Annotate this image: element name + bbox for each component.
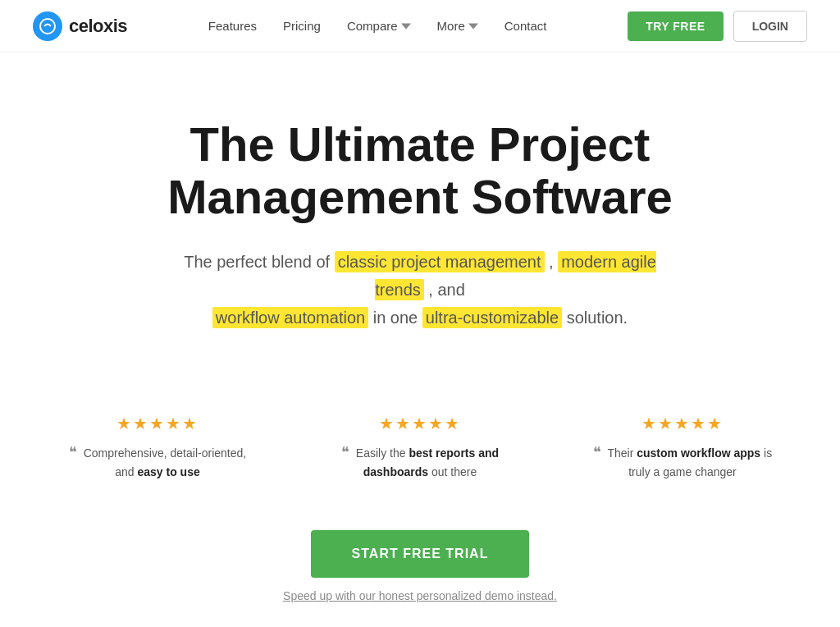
testimonial-3: ★★★★★ ❝ Their custom workflow apps is tr… <box>584 414 781 481</box>
stars-1: ★★★★★ <box>59 414 256 433</box>
testimonial-2: ★★★★★ ❝ Easily the best reports and dash… <box>322 414 518 481</box>
hero-subtext: The perfect blend of classic project man… <box>166 248 674 332</box>
testimonial-text-1: ❝ Comprehensive, detail-oriented, and ea… <box>59 442 256 481</box>
logos-section: EMC2 the Cheesecake Factory ▲ Adobe HARM… <box>0 619 840 627</box>
highlight-customizable: ultra-customizable <box>422 307 562 328</box>
quote-icon-3: ❝ <box>593 444 601 460</box>
testimonial-1: ★★★★★ ❝ Comprehensive, detail-oriented, … <box>59 414 256 481</box>
logo-icon <box>33 11 62 41</box>
quote-icon-2: ❝ <box>341 444 349 460</box>
svg-point-0 <box>40 19 55 34</box>
cta-section: START FREE TRIAL Speed up with our hones… <box>0 497 840 619</box>
logo-link[interactable]: celoxis <box>33 11 127 41</box>
nav-more-dropdown[interactable]: More <box>437 19 478 33</box>
nav-links: Features Pricing Compare More Contact <box>208 19 547 33</box>
quote-icon-1: ❝ <box>69 444 77 460</box>
stars-2: ★★★★★ <box>322 414 518 433</box>
hero-headline: The Ultimate Project Management Software <box>51 118 789 223</box>
login-button[interactable]: LOGIN <box>733 11 807 42</box>
nav-pricing[interactable]: Pricing <box>283 19 321 33</box>
highlight-workflow: workflow automation <box>212 307 368 328</box>
nav-contact[interactable]: Contact <box>504 19 547 33</box>
demo-link[interactable]: Speed up with our honest personalized de… <box>33 589 807 602</box>
nav-features[interactable]: Features <box>208 19 257 33</box>
testimonial-text-2: ❝ Easily the best reports and dashboards… <box>322 442 518 481</box>
stars-3: ★★★★★ <box>584 414 781 433</box>
navbar: celoxis Features Pricing Compare More Co… <box>0 0 840 53</box>
logo-text: celoxis <box>69 16 127 37</box>
testimonial-text-3: ❝ Their custom workflow apps is truly a … <box>584 442 781 481</box>
testimonials-section: ★★★★★ ❝ Comprehensive, detail-oriented, … <box>0 364 840 497</box>
try-free-button[interactable]: TRY FREE <box>628 11 723 41</box>
hero-section: The Ultimate Project Management Software… <box>0 53 840 364</box>
highlight-classic-pm: classic project management <box>335 251 545 272</box>
start-trial-button[interactable]: START FREE TRIAL <box>311 530 530 578</box>
nav-compare-dropdown[interactable]: Compare <box>347 19 411 33</box>
nav-actions: TRY FREE LOGIN <box>628 11 807 42</box>
